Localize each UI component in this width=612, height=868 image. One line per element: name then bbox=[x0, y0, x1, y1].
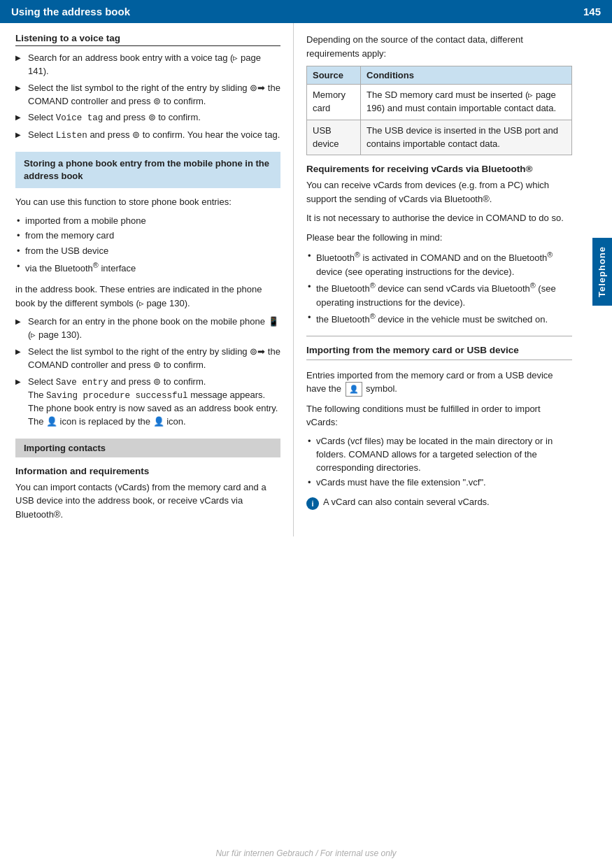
table-header-conditions: Conditions bbox=[361, 66, 572, 85]
bt-bullet-list: Bluetooth® is activated in COMAND and on… bbox=[306, 250, 572, 327]
bt-section-title: Requirements for receiving vCards via Bl… bbox=[306, 164, 572, 174]
info-requirements-body: You can import contacts (vCards) from th… bbox=[15, 481, 280, 522]
list-item: from the USB device bbox=[15, 245, 280, 258]
highlight-box: Storing a phone book entry from the mobi… bbox=[15, 152, 280, 188]
table-cell-conditions: The SD memory card must be inserted (▹ p… bbox=[361, 85, 572, 120]
source-table: Source Conditions Memory card The SD mem… bbox=[306, 66, 572, 155]
side-tab: Telephone bbox=[592, 238, 612, 306]
table-row: Memory card The SD memory card must be i… bbox=[307, 85, 572, 120]
list-item: Select the list symbol to the right of t… bbox=[15, 82, 280, 108]
list-item: vCards must have the file extension ".vc… bbox=[306, 476, 572, 490]
table-cell-source: USB device bbox=[307, 120, 361, 155]
section2-bullet-list: imported from a mobile phone from the me… bbox=[15, 215, 280, 276]
header-title: Using the address book bbox=[11, 6, 130, 17]
import-para2: The following conditions must be fulfill… bbox=[306, 402, 572, 429]
right-intro: Depending on the source of the contact d… bbox=[306, 33, 572, 60]
section2-arrow-list: Search for an entry in the phone book on… bbox=[15, 315, 280, 428]
import-section-title: Importing from the memory card or USB de… bbox=[306, 345, 572, 355]
list-item: Select Voice tag and press ⊚ to confirm. bbox=[15, 111, 280, 124]
section2-body: in the address book. These entries are i… bbox=[15, 283, 280, 310]
table-cell-conditions: The USB device is inserted in the USB po… bbox=[361, 120, 572, 155]
symbol-box: 👤 bbox=[346, 382, 362, 397]
list-item: the Bluetooth® device in the vehicle mus… bbox=[306, 311, 572, 327]
section2-intro: You can use this function to store phone… bbox=[15, 195, 280, 209]
table-row: USB device The USB device is inserted in… bbox=[307, 120, 572, 155]
list-item: the Bluetooth® device can send vCards vi… bbox=[306, 280, 572, 309]
table-cell-source: Memory card bbox=[307, 85, 361, 120]
divider2 bbox=[306, 360, 572, 360]
voice-tag-arrow-list: Search for an address book entry with a … bbox=[15, 52, 280, 142]
info-text: A vCard can also contain several vCards. bbox=[323, 497, 490, 507]
list-item: Search for an entry in the phone book on… bbox=[15, 315, 280, 342]
import-bullet-list: vCards (vcf files) may be located in the… bbox=[306, 435, 572, 490]
section-voice-tag-title: Listening to a voice tag bbox=[15, 33, 280, 46]
info-row: i A vCard can also contain several vCard… bbox=[306, 497, 572, 510]
main-content: Listening to a voice tag Search for an a… bbox=[0, 23, 612, 536]
list-item: imported from a mobile phone bbox=[15, 215, 280, 228]
page-number: 145 bbox=[583, 6, 601, 17]
list-item: from the memory card bbox=[15, 229, 280, 243]
list-item: via the Bluetooth® interface bbox=[15, 260, 280, 276]
table-header-source: Source bbox=[307, 66, 361, 85]
list-item: Bluetooth® is activated in COMAND and on… bbox=[306, 250, 572, 278]
list-item: Select the list symbol to the right of t… bbox=[15, 346, 280, 372]
info-icon: i bbox=[306, 497, 319, 510]
divider bbox=[306, 336, 572, 336]
list-item: Search for an address book entry with a … bbox=[15, 52, 280, 78]
list-item: vCards (vcf files) may be located in the… bbox=[306, 435, 572, 475]
list-item: Select Save entry and press ⊚ to confirm… bbox=[15, 376, 280, 429]
footer: Nur für internen Gebrauch / For internal… bbox=[0, 848, 612, 858]
right-column: Depending on the source of the contact d… bbox=[294, 23, 588, 536]
import-para1: Entries imported from the memory card or… bbox=[306, 369, 572, 397]
gray-box-importing: Importing contacts bbox=[15, 439, 280, 457]
bt-intro: You can receive vCards from devices (e.g… bbox=[306, 178, 572, 206]
list-item: Select Listen and press ⊚ to confirm. Yo… bbox=[15, 129, 280, 142]
bt-para2: It is not necessary to authorise the dev… bbox=[306, 211, 572, 225]
header-bar: Using the address book 145 bbox=[0, 0, 612, 23]
left-column: Listening to a voice tag Search for an a… bbox=[0, 23, 294, 536]
bt-para3: Please bear the following in mind: bbox=[306, 231, 572, 245]
info-requirements-title: Information and requirements bbox=[15, 466, 280, 476]
